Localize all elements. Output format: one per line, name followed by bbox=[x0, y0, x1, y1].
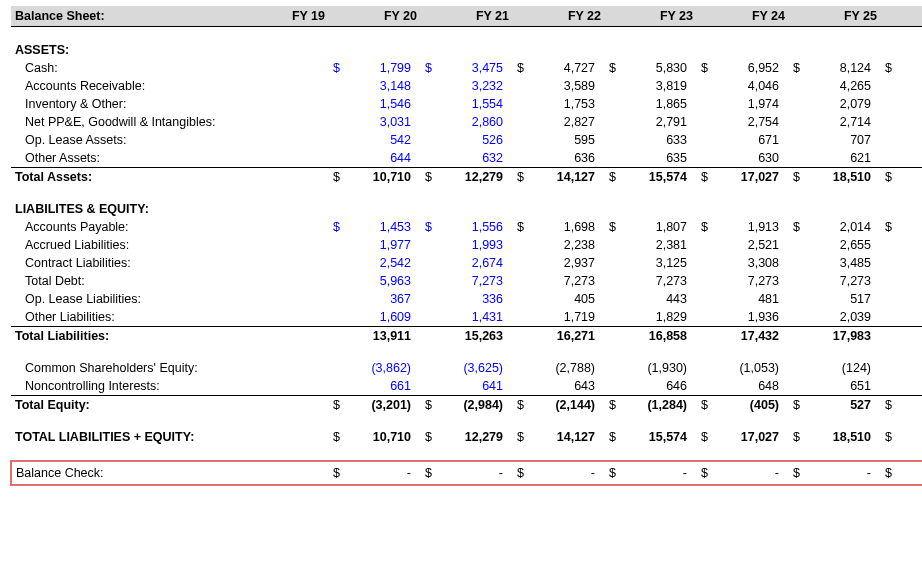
row-label: Op. Lease Liabilities: bbox=[11, 290, 257, 308]
cell-value: 336 bbox=[443, 290, 513, 308]
grand-total: TOTAL LIABILITIES + EQUITY:$10,710$12,27… bbox=[11, 428, 922, 446]
col-FY 25: FY 25 bbox=[811, 6, 881, 27]
currency-symbol: $ bbox=[697, 461, 719, 485]
row-label: Accounts Receivable: bbox=[11, 77, 257, 95]
cell-value: - bbox=[811, 461, 881, 485]
cell-value: 646 bbox=[627, 377, 697, 396]
currency-symbol: $ bbox=[329, 218, 351, 236]
currency-symbol bbox=[421, 359, 443, 377]
currency-symbol: $ bbox=[881, 396, 903, 415]
cell-value: 7,273 bbox=[811, 272, 881, 290]
section-heading: LIABILITES & EQUITY: bbox=[11, 200, 922, 218]
currency-symbol bbox=[605, 95, 627, 113]
currency-symbol bbox=[789, 77, 811, 95]
cell-value: 1,513 bbox=[903, 396, 922, 415]
cell-value: 15,574 bbox=[627, 428, 697, 446]
cell-value: (2,788) bbox=[535, 359, 605, 377]
currency-symbol bbox=[513, 236, 535, 254]
currency-symbol: $ bbox=[881, 168, 903, 187]
cell-value: 517 bbox=[811, 290, 881, 308]
col-FY 22: FY 22 bbox=[535, 6, 605, 27]
data-row: Accrued Liabilities:1,9771,9932,2382,381… bbox=[11, 236, 922, 254]
currency-symbol bbox=[329, 95, 351, 113]
cell-value: 17,027 bbox=[719, 168, 789, 187]
currency-symbol bbox=[789, 236, 811, 254]
fy19-cell bbox=[257, 168, 329, 187]
cell-value: 3,589 bbox=[535, 77, 605, 95]
cell-value: 2,381 bbox=[627, 236, 697, 254]
currency-symbol bbox=[329, 359, 351, 377]
cell-value: 2,173 bbox=[903, 95, 922, 113]
currency-symbol: $ bbox=[881, 461, 903, 485]
cell-value: 405 bbox=[535, 290, 605, 308]
cell-value: 7,273 bbox=[627, 272, 697, 290]
currency-symbol bbox=[881, 377, 903, 396]
cell-value: 635 bbox=[627, 149, 697, 168]
data-row: Cash:$1,799$3,475$4,727$5,830$6,952$8,12… bbox=[11, 59, 922, 77]
cell-value: 1,974 bbox=[719, 95, 789, 113]
currency-symbol bbox=[329, 327, 351, 346]
currency-symbol bbox=[421, 113, 443, 131]
cell-value: 1,753 bbox=[535, 95, 605, 113]
cell-value: 651 bbox=[811, 377, 881, 396]
data-row: Accounts Receivable:3,1483,2323,5893,819… bbox=[11, 77, 922, 95]
currency-symbol bbox=[789, 359, 811, 377]
currency-symbol: $ bbox=[513, 59, 535, 77]
currency-symbol bbox=[881, 236, 903, 254]
cell-value: 1,546 bbox=[351, 95, 421, 113]
cell-value: 2,791 bbox=[627, 113, 697, 131]
row-label: Noncontrolling Interests: bbox=[11, 377, 257, 396]
currency-symbol: $ bbox=[513, 218, 535, 236]
cell-value: 7,273 bbox=[535, 272, 605, 290]
currency-symbol bbox=[789, 95, 811, 113]
col-FY 21: FY 21 bbox=[443, 6, 513, 27]
cell-value: 621 bbox=[811, 149, 881, 168]
currency-symbol: $ bbox=[513, 428, 535, 446]
cell-value: - bbox=[719, 461, 789, 485]
cell-value: (1,930) bbox=[627, 359, 697, 377]
cell-value: 671 bbox=[719, 131, 789, 149]
currency-symbol: $ bbox=[605, 218, 627, 236]
currency-symbol bbox=[605, 236, 627, 254]
cell-value: 2,827 bbox=[535, 113, 605, 131]
row-label: TOTAL LIABILITIES + EQUITY: bbox=[11, 428, 257, 446]
cell-value: 641 bbox=[443, 377, 513, 396]
currency-symbol bbox=[421, 308, 443, 327]
currency-symbol bbox=[789, 113, 811, 131]
currency-symbol bbox=[789, 308, 811, 327]
currency-symbol bbox=[697, 290, 719, 308]
cell-value: 2,542 bbox=[351, 254, 421, 272]
cell-value: 644 bbox=[351, 149, 421, 168]
data-row: Contract Liabilities:2,5422,6742,9373,12… bbox=[11, 254, 922, 272]
currency-symbol: $ bbox=[421, 168, 443, 187]
currency-symbol: $ bbox=[329, 168, 351, 187]
currency-symbol: $ bbox=[789, 218, 811, 236]
fy19-cell bbox=[257, 59, 329, 77]
fy19-cell bbox=[257, 77, 329, 95]
cell-value: 3,232 bbox=[443, 77, 513, 95]
currency-symbol: $ bbox=[697, 218, 719, 236]
col-FY 20: FY 20 bbox=[351, 6, 421, 27]
row-label: Net PP&E, Goodwill & Intangibles: bbox=[11, 113, 257, 131]
currency-symbol bbox=[881, 95, 903, 113]
currency-symbol: $ bbox=[605, 168, 627, 187]
cell-value: 1,799 bbox=[351, 59, 421, 77]
data-row: Common Shareholders' Equity:(3,862)(3,62… bbox=[11, 359, 922, 377]
currency-symbol bbox=[421, 77, 443, 95]
cell-value: 4,046 bbox=[719, 77, 789, 95]
currency-symbol bbox=[605, 290, 627, 308]
cell-value: 3,643 bbox=[903, 254, 922, 272]
currency-symbol bbox=[697, 95, 719, 113]
data-row: Other Liabilities:1,6091,4311,7191,8291,… bbox=[11, 308, 922, 327]
cell-value: (1,284) bbox=[627, 396, 697, 415]
currency-symbol bbox=[513, 359, 535, 377]
row-label: Accrued Liabilities: bbox=[11, 236, 257, 254]
cell-value: 630 bbox=[719, 149, 789, 168]
currency-symbol bbox=[421, 149, 443, 168]
cell-value: 1,865 bbox=[627, 95, 697, 113]
fy19-cell bbox=[257, 396, 329, 415]
currency-symbol bbox=[329, 149, 351, 168]
cell-value: 5,830 bbox=[627, 59, 697, 77]
row-label: Balance Check: bbox=[11, 461, 257, 485]
cell-value: 2,039 bbox=[811, 308, 881, 327]
